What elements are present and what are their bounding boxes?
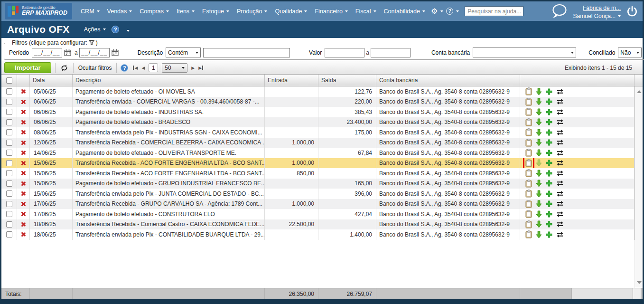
reconcile-exchange-icon[interactable] (556, 150, 564, 156)
menu-crm[interactable]: CRM (77, 8, 103, 15)
value-from-input[interactable] (325, 48, 364, 57)
reconcile-exchange-icon[interactable] (556, 221, 564, 228)
row-checkbox[interactable] (6, 221, 12, 228)
delete-row-icon[interactable] (21, 89, 26, 94)
clipboard-icon[interactable] (525, 230, 532, 238)
table-row[interactable]: 06/06/25 Pagamento de boleto efetuado - … (1, 107, 635, 117)
reconcile-exchange-icon[interactable] (556, 98, 564, 105)
filters-legend[interactable]: Filtros (clique para configurar: ) (10, 39, 100, 46)
row-checkbox[interactable] (6, 160, 12, 166)
date-column-header[interactable]: Data (30, 75, 73, 86)
download-icon[interactable] (536, 220, 542, 228)
description-filter-input[interactable] (203, 48, 290, 57)
add-icon[interactable] (546, 119, 552, 125)
menu-financeiro[interactable]: Financeiro (311, 8, 351, 15)
reconcile-exchange-icon[interactable] (556, 109, 564, 115)
hide-filters-button[interactable]: Ocultar filtros (77, 65, 113, 71)
menu-qualidade[interactable]: Qualidade (271, 8, 311, 15)
user-menu[interactable]: Samuel Gonça... (573, 12, 621, 20)
delete-row-icon[interactable] (21, 109, 26, 114)
clipboard-icon[interactable] (525, 118, 532, 126)
add-icon[interactable] (546, 160, 552, 166)
download-icon[interactable] (536, 210, 542, 218)
period-to-input[interactable]: __/__/__ (79, 48, 110, 57)
next-page-button[interactable]: ▶ (191, 66, 195, 70)
delete-row-icon[interactable] (21, 120, 26, 125)
add-icon[interactable] (546, 180, 552, 187)
previous-page-button[interactable]: ◀ (141, 66, 145, 70)
add-icon[interactable] (546, 98, 552, 105)
add-icon[interactable] (546, 129, 552, 136)
description-operator-select[interactable]: Contém (166, 48, 201, 57)
scroll-up-icon[interactable] (637, 90, 642, 93)
add-icon[interactable] (546, 88, 552, 95)
calendar-icon[interactable] (64, 49, 71, 56)
actions-menu[interactable]: Ações (84, 26, 106, 33)
reconcile-exchange-icon[interactable] (556, 129, 564, 136)
erp-maxiprod-logo[interactable]: Sistema de gestão ERP MAXIPROD (5, 3, 72, 19)
menu-estoque[interactable]: Estoque (198, 8, 233, 15)
row-checkbox[interactable] (6, 150, 12, 156)
reconcile-exchange-icon[interactable] (556, 180, 564, 187)
table-row[interactable]: 08/06/25 Transferência enviada pelo Pix … (1, 127, 635, 138)
download-icon[interactable] (536, 118, 542, 126)
download-icon[interactable] (536, 190, 542, 198)
add-icon[interactable] (546, 170, 552, 177)
menu-vendas[interactable]: Vendas (103, 8, 136, 15)
delete-row-icon[interactable] (21, 211, 26, 217)
credit-column-header[interactable]: Entrada (265, 75, 318, 86)
row-checkbox[interactable] (6, 99, 12, 105)
row-checkbox[interactable] (6, 231, 12, 238)
reconciled-select[interactable]: Não (618, 48, 642, 57)
page-number-input[interactable]: 1 (149, 63, 158, 72)
select-all-checkbox[interactable] (6, 77, 12, 84)
menu-itens[interactable]: Itens (173, 8, 198, 15)
help-search-input[interactable] (465, 6, 523, 16)
menu-compras[interactable]: Compras (136, 8, 173, 15)
download-icon[interactable] (536, 149, 542, 157)
row-checkbox[interactable] (6, 180, 12, 187)
delete-row-icon[interactable] (21, 171, 26, 176)
table-row[interactable]: 15/06/25 Transferência enviada pelo Pix … (1, 189, 635, 199)
reconcile-exchange-icon[interactable] (556, 200, 564, 207)
download-icon[interactable] (536, 231, 542, 238)
scroll-down-icon[interactable] (637, 281, 642, 284)
row-checkbox[interactable] (6, 140, 12, 146)
reconcile-exchange-icon[interactable] (556, 119, 564, 125)
table-row[interactable]: 17/06/25 Pagamento de boleto efetuado - … (1, 209, 635, 219)
delete-row-icon[interactable] (21, 191, 26, 196)
power-icon[interactable] (626, 6, 638, 17)
table-row[interactable]: 06/06/25 Transferência enviada - COMERCI… (1, 97, 635, 107)
table-row[interactable]: 15/06/25 Pagamento de boleto efetuado - … (1, 179, 635, 189)
table-row[interactable]: 18/06/25 Transferência Recebida - Comerc… (1, 219, 635, 230)
company-link[interactable]: Fábrica de m... (583, 4, 621, 12)
clipboard-icon[interactable] (525, 98, 532, 106)
delete-row-icon[interactable] (21, 232, 26, 237)
add-icon[interactable] (546, 231, 552, 238)
delete-row-icon[interactable] (21, 140, 26, 145)
delete-row-icon[interactable] (21, 201, 26, 207)
value-to-input[interactable] (371, 48, 411, 57)
clipboard-icon[interactable] (525, 139, 532, 147)
table-row[interactable]: 14/06/25 Pagamento de boleto efetuado - … (1, 148, 635, 158)
menu-contabilidade[interactable]: Contabilidade (380, 8, 429, 15)
delete-row-icon[interactable] (21, 150, 26, 155)
clipboard-icon[interactable] (525, 128, 532, 136)
more-options-dropdown[interactable] (127, 25, 130, 34)
vertical-scrollbar[interactable] (635, 86, 643, 288)
download-icon[interactable] (536, 159, 542, 167)
add-icon[interactable] (546, 200, 552, 207)
clipboard-icon[interactable] (525, 87, 532, 95)
reconcile-exchange-icon[interactable] (556, 88, 564, 95)
chat-icon[interactable] (551, 4, 568, 19)
table-row[interactable]: 15/06/25 Transferência Recebida - ACO FO… (1, 158, 635, 169)
menu-fiscal[interactable]: Fiscal (352, 8, 380, 15)
account-column-header[interactable]: Conta bancária (376, 75, 520, 86)
reconcile-exchange-icon[interactable] (556, 190, 564, 197)
download-icon[interactable] (536, 139, 542, 146)
download-icon[interactable] (536, 129, 542, 136)
clipboard-icon[interactable] (525, 108, 532, 116)
row-checkbox[interactable] (6, 211, 12, 217)
delete-row-icon[interactable] (21, 99, 26, 104)
download-icon[interactable] (536, 88, 542, 95)
